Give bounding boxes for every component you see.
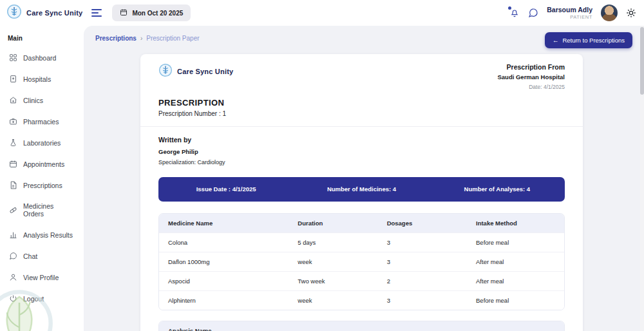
breadcrumb-separator: › — [140, 35, 142, 42]
arrow-left-icon: ← — [553, 37, 559, 44]
analyses-count: Number of Analyses: 4 — [430, 185, 565, 193]
sidebar-item-prescriptions[interactable]: Prescriptions — [0, 175, 84, 196]
written-by-label: Written by — [158, 136, 565, 144]
current-date: Mon Oct 20 2025 — [132, 10, 183, 17]
column-header: Intake Method — [467, 214, 564, 233]
pill-capsule-icon — [9, 206, 17, 214]
clinic-house-icon — [9, 96, 17, 104]
user-profile-icon — [9, 273, 17, 281]
issue-date: Issue Date : 4/1/2025 — [158, 185, 294, 193]
notifications-bell-icon[interactable] — [509, 8, 520, 18]
hamburger-menu-icon[interactable] — [91, 7, 102, 19]
column-header: Medicine Name — [159, 214, 289, 233]
sidebar-item-label: Dashboard — [23, 54, 56, 62]
bar-chart-icon — [9, 231, 17, 239]
intake-method-cell: After meal — [467, 252, 564, 271]
return-to-prescriptions-button[interactable]: ← Return to Prescriptions — [545, 32, 632, 48]
chat-icon — [9, 252, 17, 260]
sidebar-item-label: View Profile — [23, 274, 59, 281]
analysis-table: Analysis Name Blood Urea — [158, 321, 565, 331]
sidebar-item-label: Clinics — [23, 97, 43, 104]
dosage-cell: 3 — [378, 290, 467, 310]
lab-flask-icon — [9, 138, 17, 147]
dosage-cell: 3 — [378, 232, 467, 252]
sidebar-item-chat[interactable]: Chat — [0, 245, 84, 267]
prescription-number: Prescription Number : 1 — [158, 110, 565, 117]
sidebar-item-analysis-results[interactable]: Analysis Results — [0, 224, 84, 245]
sidebar-item-dashboard[interactable]: Dashboard — [0, 47, 84, 68]
column-header: Dosages — [378, 214, 467, 233]
medicine-name-cell: Aspocid — [159, 271, 289, 290]
brand-logo-icon — [6, 4, 22, 22]
duration-cell: Two week — [289, 271, 377, 290]
sidebar-item-label: Hospitals — [23, 75, 51, 83]
intake-method-cell: Before meal — [467, 290, 564, 310]
scrollbar[interactable] — [640, 26, 644, 331]
settings-gear-icon[interactable] — [626, 8, 636, 18]
sidebar-item-pharmacies[interactable]: Pharmacies — [0, 111, 84, 132]
sidebar-item-label: Chat — [23, 252, 37, 260]
brand: Care Sync Unity — [0, 4, 82, 22]
breadcrumb: Prescriptions › Prescription Paper — [95, 35, 200, 42]
medicine-name-cell: Alphintern — [159, 290, 289, 310]
top-bar-actions: Barsoum Adly PATIENT — [509, 5, 644, 21]
calendar-icon — [120, 7, 128, 19]
medicine-name-cell: Daflon 1000mg — [159, 252, 289, 271]
medicine-name-cell: Colona — [159, 232, 289, 252]
breadcrumb-prescriptions-link[interactable]: Prescriptions — [95, 35, 137, 42]
brand-logo-icon — [158, 63, 173, 80]
prescription-document-icon — [9, 181, 17, 189]
brand-name: Care Sync Unity — [26, 9, 82, 17]
prescription-date: Date: 4/1/2025 — [497, 84, 565, 90]
duration-cell: week — [289, 290, 377, 310]
sidebar-item-medicines-orders[interactable]: Medicines Orders — [0, 196, 84, 224]
analysis-table-header-row: Analysis Name — [159, 321, 564, 331]
sidebar-item-label: Laboratories — [23, 139, 61, 147]
top-bar: Care Sync Unity Mon Oct 20 2025 — [0, 0, 644, 26]
return-button-label: Return to Prescriptions — [562, 37, 625, 44]
written-by-block: Written by George Philip Specialization:… — [158, 136, 565, 166]
avatar[interactable] — [601, 5, 618, 21]
pharmacy-case-icon — [9, 117, 17, 126]
doctor-specialization: Specialization: Cardiology — [158, 159, 565, 166]
sidebar-item-laboratories[interactable]: Laboratories — [0, 132, 84, 153]
user-role: PATIENT — [547, 14, 592, 20]
watermark-leaf-logo — [0, 282, 61, 331]
prescription-summary-banner: Issue Date : 4/1/2025 Number of Medicine… — [158, 177, 565, 202]
dosage-cell: 2 — [378, 271, 467, 290]
chat-bubble-icon[interactable] — [528, 8, 538, 18]
prescription-from-label: Prescription From — [497, 63, 565, 72]
intake-method-cell: Before meal — [467, 232, 564, 252]
duration-cell: week — [289, 252, 377, 271]
app-root: Care Sync Unity Mon Oct 20 2025 — [0, 0, 644, 331]
section-divider — [140, 126, 583, 127]
user-meta: Barsoum Adly PATIENT — [547, 6, 592, 20]
table-row: Alphintern week 3 Before meal — [159, 290, 564, 310]
prescription-from-block: Prescription From Saudi German Hospital … — [497, 63, 565, 90]
dashboard-icon — [9, 53, 17, 62]
sidebar-item-label: Appointments — [23, 160, 64, 168]
table-row: Colona 5 days 3 Before meal — [159, 232, 564, 252]
column-header: Analysis Name — [159, 321, 564, 331]
doctor-name: George Philip — [158, 148, 565, 155]
column-header: Duration — [289, 214, 377, 233]
medicines-count: Number of Medicines: 4 — [294, 185, 429, 193]
sidebar-item-label: Pharmacies — [23, 118, 59, 126]
sidebar-item-appointments[interactable]: Appointments — [0, 153, 84, 175]
hospital-building-icon — [9, 75, 17, 83]
prescription-title: PRESCRIPTION — [158, 98, 565, 108]
scrollbar-thumb[interactable] — [640, 27, 644, 95]
table-row: Daflon 1000mg week 3 After meal — [159, 252, 564, 271]
sidebar-item-hospitals[interactable]: Hospitals — [0, 68, 84, 90]
paper-brand: Care Sync Unity — [158, 63, 233, 80]
appointments-calendar-icon — [9, 160, 17, 168]
sidebar-item-label: Analysis Results — [23, 231, 73, 239]
user-name: Barsoum Adly — [547, 6, 592, 14]
dosage-cell: 3 — [378, 252, 467, 271]
duration-cell: 5 days — [289, 232, 377, 252]
sidebar-section-label: Main — [0, 26, 84, 47]
sidebar-item-clinics[interactable]: Clinics — [0, 90, 84, 111]
date-picker-button[interactable]: Mon Oct 20 2025 — [112, 5, 191, 21]
table-row: Aspocid Two week 2 After meal — [159, 271, 564, 290]
paper-header: Care Sync Unity Prescription From Saudi … — [158, 63, 565, 90]
